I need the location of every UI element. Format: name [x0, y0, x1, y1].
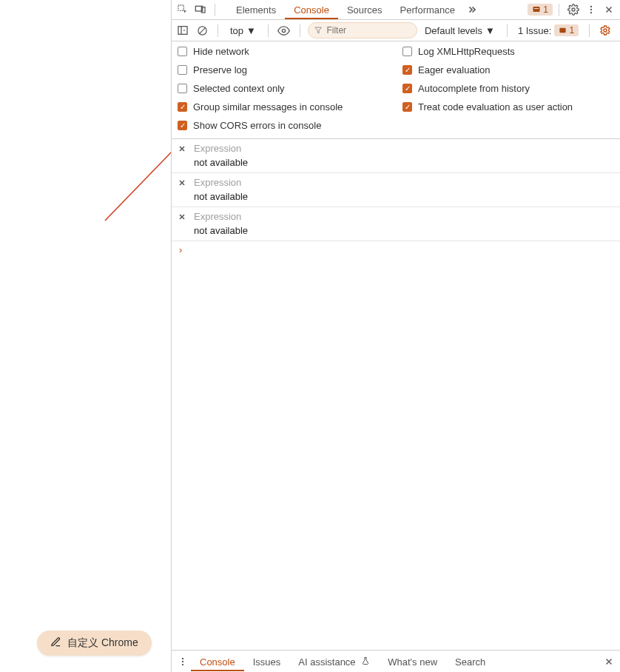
devtools-panel: Elements Console Sources Performance 1	[171, 0, 620, 672]
checkbox-icon	[178, 84, 187, 93]
setting-checkbox[interactable]: Show CORS errors in console	[178, 120, 389, 131]
svg-point-7	[590, 6, 592, 7]
svg-point-18	[182, 660, 183, 662]
expression-result: not available	[194, 225, 248, 236]
expression-result: not available	[194, 191, 248, 202]
setting-label: Log XMLHttpRequests	[418, 46, 515, 57]
setting-checkbox[interactable]: Group similar messages in console	[178, 101, 389, 112]
remove-expression-icon[interactable]	[178, 212, 188, 223]
prompt-caret-icon: ›	[179, 244, 182, 255]
svg-rect-10	[178, 27, 187, 35]
filter-input[interactable]	[326, 25, 411, 36]
setting-label: Show CORS errors in console	[193, 120, 321, 131]
setting-label: Selected context only	[193, 83, 285, 94]
drawer-tab-issues[interactable]: Issues	[244, 652, 290, 671]
messages-badge[interactable]: 1	[528, 4, 553, 16]
svg-rect-1	[178, 5, 183, 10]
checkbox-icon	[402, 102, 412, 112]
svg-point-8	[590, 9, 592, 10]
setting-label: Treat code evaluation as user action	[418, 101, 573, 112]
svg-point-16	[604, 29, 607, 32]
setting-label: Preserve log	[193, 64, 247, 75]
svg-rect-4	[533, 7, 540, 12]
setting-label: Group similar messages in console	[193, 101, 343, 112]
setting-checkbox[interactable]: Selected context only	[178, 83, 389, 94]
live-expressions: Expressionnot availableExpressionnot ava…	[172, 139, 620, 241]
separator	[300, 24, 300, 37]
drawer-tab-whats-new[interactable]: What's new	[379, 652, 446, 671]
drawer-tab-console[interactable]: Console	[191, 652, 244, 671]
separator	[215, 4, 215, 16]
svg-point-9	[590, 12, 592, 13]
setting-checkbox[interactable]: Log XMLHttpRequests	[402, 46, 614, 57]
messages-count: 1	[543, 4, 548, 15]
tab-performance[interactable]: Performance	[391, 0, 464, 19]
levels-label: Default levels	[425, 25, 482, 36]
drawer-tab-search[interactable]: Search	[446, 652, 494, 671]
issues-indicator[interactable]: 1 Issue: 1	[515, 24, 582, 36]
svg-point-14	[283, 29, 286, 32]
checkbox-icon	[402, 65, 412, 75]
console-prompt[interactable]: ›	[172, 241, 620, 258]
close-drawer-icon[interactable]	[601, 653, 617, 670]
devtools-drawer: Console Issues AI assistance What's new …	[172, 650, 620, 672]
console-settings-gear-icon[interactable]	[597, 22, 613, 38]
expression-input[interactable]: Expression	[194, 177, 248, 188]
sidebar-toggle-icon[interactable]	[175, 22, 191, 38]
kebab-menu-icon[interactable]	[583, 1, 599, 18]
live-expression-row: Expressionnot available	[172, 139, 620, 173]
drawer-tabs: Console Issues AI assistance What's new …	[191, 652, 494, 671]
more-tabs-icon[interactable]	[464, 1, 480, 18]
log-levels-selector[interactable]: Default levels ▼	[420, 25, 499, 36]
device-toolbar-icon[interactable]	[192, 1, 209, 18]
chevron-down-icon: ▼	[246, 25, 256, 36]
setting-checkbox[interactable]: Autocomplete from history	[402, 83, 614, 94]
tab-sources[interactable]: Sources	[338, 0, 391, 19]
filter-field[interactable]	[308, 22, 417, 38]
separator	[268, 24, 269, 37]
setting-checkbox[interactable]: Preserve log	[178, 64, 389, 75]
tab-console[interactable]: Console	[285, 0, 338, 19]
svg-point-17	[182, 657, 183, 659]
context-selector[interactable]: top ▼	[226, 24, 260, 38]
clear-console-icon[interactable]	[194, 22, 210, 38]
settings-gear-icon[interactable]	[565, 1, 582, 18]
customize-chrome-chip[interactable]: 自定义 Chrome	[37, 631, 152, 656]
setting-label: Eager evaluation	[418, 64, 491, 75]
live-expression-row: Expressionnot available	[172, 207, 620, 241]
svg-point-19	[182, 663, 183, 665]
chevron-down-icon: ▼	[485, 25, 495, 36]
checkbox-icon	[402, 47, 412, 56]
console-settings: Hide networkLog XMLHttpRequestsPreserve …	[172, 41, 620, 139]
flask-icon	[361, 656, 370, 668]
panel-tabs: Elements Console Sources Performance	[227, 0, 480, 19]
remove-expression-icon[interactable]	[178, 144, 188, 155]
remove-expression-icon[interactable]	[178, 178, 188, 189]
setting-label: Hide network	[193, 46, 249, 57]
drawer-tab-ai-assistance[interactable]: AI assistance	[289, 652, 379, 671]
separator	[589, 24, 590, 37]
expression-input[interactable]: Expression	[194, 143, 248, 154]
checkbox-icon	[178, 121, 187, 130]
console-toolbar: top ▼ Default levels ▼ 1 Issue: 1	[172, 20, 620, 41]
live-expression-row: Expressionnot available	[172, 173, 620, 207]
checkbox-icon	[402, 84, 412, 93]
setting-checkbox[interactable]: Eager evaluation	[402, 64, 614, 75]
checkbox-icon	[178, 65, 187, 75]
checkbox-icon	[178, 47, 187, 56]
expression-input[interactable]: Expression	[194, 211, 248, 222]
separator	[559, 4, 559, 16]
inspect-icon[interactable]	[175, 1, 191, 18]
context-label: top	[230, 25, 243, 36]
close-devtools-icon[interactable]	[601, 1, 617, 18]
chip-label: 自定义 Chrome	[67, 636, 138, 650]
drawer-menu-icon[interactable]	[175, 653, 191, 670]
live-expression-icon[interactable]	[276, 22, 292, 38]
setting-checkbox[interactable]: Hide network	[178, 46, 389, 57]
svg-line-13	[199, 27, 206, 34]
setting-checkbox[interactable]: Treat code evaluation as user action	[402, 101, 614, 112]
setting-label: Autocomplete from history	[418, 83, 530, 94]
devtools-topbar: Elements Console Sources Performance 1	[172, 0, 620, 20]
checkbox-icon	[178, 102, 187, 112]
tab-elements[interactable]: Elements	[227, 0, 285, 19]
